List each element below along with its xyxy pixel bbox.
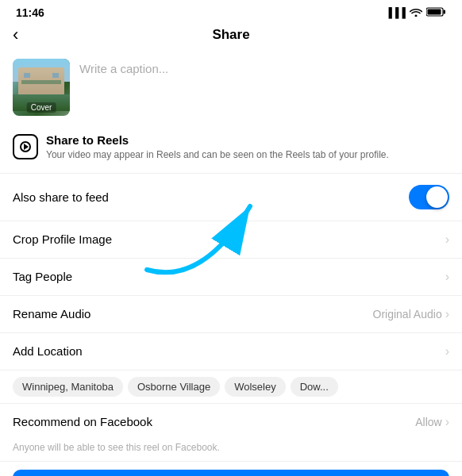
chevron-icon: › <box>445 307 449 321</box>
bottom-buttons: Share Save as Draft <box>0 461 462 476</box>
signal-icon: ▐▐▐ <box>385 7 406 18</box>
location-tag-more[interactable]: Dow... <box>291 377 338 397</box>
recommend-value: Allow <box>415 416 441 428</box>
reels-text: Share to Reels Your video may appear in … <box>46 133 389 162</box>
recommend-label: Recommend on Facebook <box>13 415 152 428</box>
reels-play-icon <box>20 141 31 152</box>
video-thumbnail: Cover <box>13 59 70 116</box>
caption-area: Cover Write a caption... <box>0 51 462 124</box>
toggle-knob <box>426 186 448 208</box>
crop-profile-label: Crop Profile Image <box>13 232 112 246</box>
reels-title: Share to Reels <box>46 133 389 147</box>
status-icons: ▐▐▐ <box>385 7 446 19</box>
rename-audio-right: Original Audio › <box>373 307 450 321</box>
thumbnail-label: Cover <box>27 102 56 113</box>
chevron-icon: › <box>445 270 449 284</box>
also-share-row: Also share to feed <box>0 173 462 221</box>
add-location-label: Add Location <box>13 344 83 358</box>
also-share-toggle[interactable] <box>409 185 449 209</box>
location-tag-wolseley[interactable]: Wolseley <box>225 377 286 397</box>
svg-rect-2 <box>428 9 441 14</box>
rename-audio-row[interactable]: Rename Audio Original Audio › <box>0 295 462 332</box>
battery-icon <box>426 7 446 19</box>
crop-profile-right: › <box>445 232 449 247</box>
play-triangle <box>24 144 29 150</box>
settings-list: Also share to feed Crop Profile Image › … <box>0 173 462 370</box>
chevron-icon: › <box>445 415 449 429</box>
location-tags: Winnipeg, Manitoba Osborne Village Wolse… <box>0 370 462 403</box>
recommend-note: Anyone will be able to see this reel on … <box>0 440 462 461</box>
reels-description: Your video may appear in Reels and can b… <box>46 148 389 162</box>
status-bar: 11:46 ▐▐▐ <box>0 0 462 22</box>
tag-people-label: Tag People <box>13 270 72 283</box>
wifi-icon <box>410 7 422 19</box>
tag-people-right: › <box>445 270 449 284</box>
location-tag-osborne[interactable]: Osborne Village <box>128 377 220 397</box>
recommend-right: Allow › <box>415 415 449 429</box>
reels-icon <box>13 134 38 159</box>
page-title: Share <box>212 27 249 43</box>
share-button[interactable]: Share <box>13 470 449 476</box>
tag-people-row[interactable]: Tag People › <box>0 258 462 295</box>
rename-audio-value: Original Audio <box>373 308 442 321</box>
also-share-label: Also share to feed <box>13 190 109 204</box>
rename-audio-label: Rename Audio <box>13 307 90 321</box>
crop-profile-row[interactable]: Crop Profile Image › <box>0 221 462 258</box>
add-location-row[interactable]: Add Location › <box>0 332 462 370</box>
status-time: 11:46 <box>16 6 44 19</box>
location-tag-winnipeg[interactable]: Winnipeg, Manitoba <box>13 377 123 397</box>
add-location-right: › <box>445 344 449 359</box>
back-button[interactable]: ‹ <box>13 25 18 45</box>
reels-section: Share to Reels Your video may appear in … <box>0 124 462 167</box>
chevron-icon: › <box>445 232 449 247</box>
recommend-row[interactable]: Recommend on Facebook Allow › <box>0 403 462 440</box>
svg-rect-1 <box>444 10 446 13</box>
header: ‹ Share <box>0 22 462 51</box>
chevron-icon: › <box>445 344 449 359</box>
caption-input[interactable]: Write a caption... <box>79 59 449 75</box>
